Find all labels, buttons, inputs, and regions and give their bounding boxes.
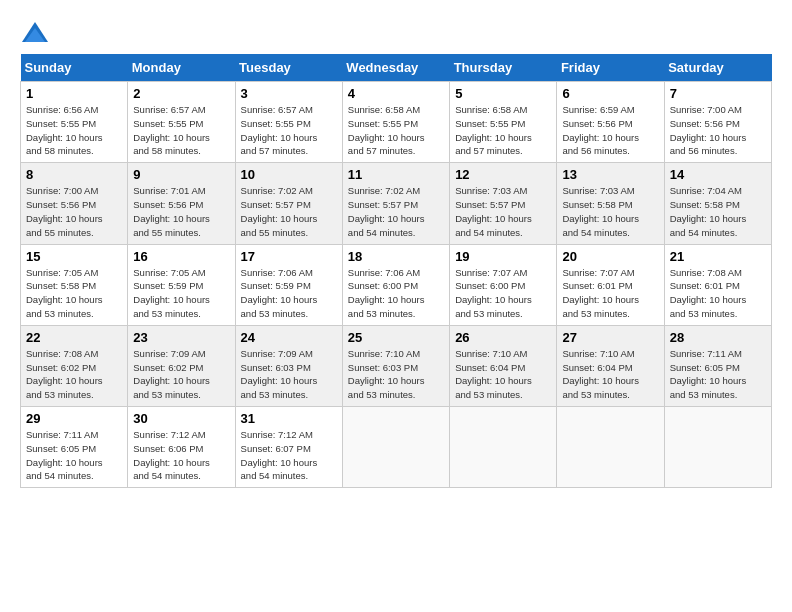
day-cell: 17Sunrise: 7:06 AM Sunset: 5:59 PM Dayli… xyxy=(235,244,342,325)
day-number: 10 xyxy=(241,167,337,182)
day-cell xyxy=(450,407,557,488)
weekday-header: SundayMondayTuesdayWednesdayThursdayFrid… xyxy=(21,54,772,82)
day-number: 12 xyxy=(455,167,551,182)
day-cell: 7Sunrise: 7:00 AM Sunset: 5:56 PM Daylig… xyxy=(664,82,771,163)
day-number: 4 xyxy=(348,86,444,101)
day-info: Sunrise: 7:09 AM Sunset: 6:03 PM Dayligh… xyxy=(241,348,318,400)
day-cell: 14Sunrise: 7:04 AM Sunset: 5:58 PM Dayli… xyxy=(664,163,771,244)
weekday-wednesday: Wednesday xyxy=(342,54,449,82)
day-info: Sunrise: 6:57 AM Sunset: 5:55 PM Dayligh… xyxy=(241,104,318,156)
day-number: 16 xyxy=(133,249,229,264)
day-info: Sunrise: 7:10 AM Sunset: 6:04 PM Dayligh… xyxy=(562,348,639,400)
day-cell xyxy=(342,407,449,488)
day-number: 2 xyxy=(133,86,229,101)
day-number: 14 xyxy=(670,167,766,182)
day-info: Sunrise: 7:02 AM Sunset: 5:57 PM Dayligh… xyxy=(348,185,425,237)
day-info: Sunrise: 7:05 AM Sunset: 5:58 PM Dayligh… xyxy=(26,267,103,319)
day-cell: 26Sunrise: 7:10 AM Sunset: 6:04 PM Dayli… xyxy=(450,325,557,406)
day-info: Sunrise: 7:08 AM Sunset: 6:01 PM Dayligh… xyxy=(670,267,747,319)
day-cell: 23Sunrise: 7:09 AM Sunset: 6:02 PM Dayli… xyxy=(128,325,235,406)
day-info: Sunrise: 7:07 AM Sunset: 6:01 PM Dayligh… xyxy=(562,267,639,319)
day-cell: 21Sunrise: 7:08 AM Sunset: 6:01 PM Dayli… xyxy=(664,244,771,325)
day-number: 15 xyxy=(26,249,122,264)
day-cell: 5Sunrise: 6:58 AM Sunset: 5:55 PM Daylig… xyxy=(450,82,557,163)
day-cell: 18Sunrise: 7:06 AM Sunset: 6:00 PM Dayli… xyxy=(342,244,449,325)
day-cell: 8Sunrise: 7:00 AM Sunset: 5:56 PM Daylig… xyxy=(21,163,128,244)
day-info: Sunrise: 7:00 AM Sunset: 5:56 PM Dayligh… xyxy=(670,104,747,156)
day-number: 25 xyxy=(348,330,444,345)
day-cell: 16Sunrise: 7:05 AM Sunset: 5:59 PM Dayli… xyxy=(128,244,235,325)
day-number: 28 xyxy=(670,330,766,345)
day-number: 6 xyxy=(562,86,658,101)
day-number: 5 xyxy=(455,86,551,101)
day-cell: 6Sunrise: 6:59 AM Sunset: 5:56 PM Daylig… xyxy=(557,82,664,163)
day-info: Sunrise: 7:07 AM Sunset: 6:00 PM Dayligh… xyxy=(455,267,532,319)
day-info: Sunrise: 6:58 AM Sunset: 5:55 PM Dayligh… xyxy=(348,104,425,156)
day-number: 21 xyxy=(670,249,766,264)
day-cell: 20Sunrise: 7:07 AM Sunset: 6:01 PM Dayli… xyxy=(557,244,664,325)
week-row-1: 1Sunrise: 6:56 AM Sunset: 5:55 PM Daylig… xyxy=(21,82,772,163)
day-cell: 9Sunrise: 7:01 AM Sunset: 5:56 PM Daylig… xyxy=(128,163,235,244)
day-cell: 1Sunrise: 6:56 AM Sunset: 5:55 PM Daylig… xyxy=(21,82,128,163)
logo xyxy=(20,20,54,44)
day-number: 30 xyxy=(133,411,229,426)
day-info: Sunrise: 7:00 AM Sunset: 5:56 PM Dayligh… xyxy=(26,185,103,237)
day-number: 22 xyxy=(26,330,122,345)
day-info: Sunrise: 6:58 AM Sunset: 5:55 PM Dayligh… xyxy=(455,104,532,156)
day-info: Sunrise: 7:06 AM Sunset: 5:59 PM Dayligh… xyxy=(241,267,318,319)
day-cell: 2Sunrise: 6:57 AM Sunset: 5:55 PM Daylig… xyxy=(128,82,235,163)
weekday-sunday: Sunday xyxy=(21,54,128,82)
day-info: Sunrise: 7:11 AM Sunset: 6:05 PM Dayligh… xyxy=(670,348,747,400)
day-info: Sunrise: 7:12 AM Sunset: 6:06 PM Dayligh… xyxy=(133,429,210,481)
day-info: Sunrise: 7:02 AM Sunset: 5:57 PM Dayligh… xyxy=(241,185,318,237)
day-cell: 19Sunrise: 7:07 AM Sunset: 6:00 PM Dayli… xyxy=(450,244,557,325)
day-number: 19 xyxy=(455,249,551,264)
calendar: SundayMondayTuesdayWednesdayThursdayFrid… xyxy=(20,54,772,488)
day-cell xyxy=(557,407,664,488)
weekday-friday: Friday xyxy=(557,54,664,82)
day-number: 23 xyxy=(133,330,229,345)
day-number: 18 xyxy=(348,249,444,264)
logo-icon xyxy=(20,20,50,44)
week-row-4: 22Sunrise: 7:08 AM Sunset: 6:02 PM Dayli… xyxy=(21,325,772,406)
day-cell: 27Sunrise: 7:10 AM Sunset: 6:04 PM Dayli… xyxy=(557,325,664,406)
day-info: Sunrise: 6:56 AM Sunset: 5:55 PM Dayligh… xyxy=(26,104,103,156)
day-info: Sunrise: 7:03 AM Sunset: 5:58 PM Dayligh… xyxy=(562,185,639,237)
day-cell: 25Sunrise: 7:10 AM Sunset: 6:03 PM Dayli… xyxy=(342,325,449,406)
day-number: 13 xyxy=(562,167,658,182)
day-info: Sunrise: 6:59 AM Sunset: 5:56 PM Dayligh… xyxy=(562,104,639,156)
header xyxy=(20,20,772,44)
day-cell: 15Sunrise: 7:05 AM Sunset: 5:58 PM Dayli… xyxy=(21,244,128,325)
week-row-3: 15Sunrise: 7:05 AM Sunset: 5:58 PM Dayli… xyxy=(21,244,772,325)
day-number: 3 xyxy=(241,86,337,101)
day-info: Sunrise: 6:57 AM Sunset: 5:55 PM Dayligh… xyxy=(133,104,210,156)
day-cell: 22Sunrise: 7:08 AM Sunset: 6:02 PM Dayli… xyxy=(21,325,128,406)
day-number: 11 xyxy=(348,167,444,182)
day-number: 9 xyxy=(133,167,229,182)
day-cell: 24Sunrise: 7:09 AM Sunset: 6:03 PM Dayli… xyxy=(235,325,342,406)
day-cell: 13Sunrise: 7:03 AM Sunset: 5:58 PM Dayli… xyxy=(557,163,664,244)
day-cell xyxy=(664,407,771,488)
day-cell: 10Sunrise: 7:02 AM Sunset: 5:57 PM Dayli… xyxy=(235,163,342,244)
day-number: 17 xyxy=(241,249,337,264)
weekday-thursday: Thursday xyxy=(450,54,557,82)
day-cell: 12Sunrise: 7:03 AM Sunset: 5:57 PM Dayli… xyxy=(450,163,557,244)
day-info: Sunrise: 7:10 AM Sunset: 6:04 PM Dayligh… xyxy=(455,348,532,400)
day-number: 7 xyxy=(670,86,766,101)
day-cell: 11Sunrise: 7:02 AM Sunset: 5:57 PM Dayli… xyxy=(342,163,449,244)
day-info: Sunrise: 7:10 AM Sunset: 6:03 PM Dayligh… xyxy=(348,348,425,400)
day-cell: 29Sunrise: 7:11 AM Sunset: 6:05 PM Dayli… xyxy=(21,407,128,488)
day-number: 29 xyxy=(26,411,122,426)
week-row-5: 29Sunrise: 7:11 AM Sunset: 6:05 PM Dayli… xyxy=(21,407,772,488)
day-number: 27 xyxy=(562,330,658,345)
day-number: 26 xyxy=(455,330,551,345)
weekday-saturday: Saturday xyxy=(664,54,771,82)
day-info: Sunrise: 7:05 AM Sunset: 5:59 PM Dayligh… xyxy=(133,267,210,319)
day-number: 8 xyxy=(26,167,122,182)
day-info: Sunrise: 7:12 AM Sunset: 6:07 PM Dayligh… xyxy=(241,429,318,481)
week-row-2: 8Sunrise: 7:00 AM Sunset: 5:56 PM Daylig… xyxy=(21,163,772,244)
day-cell: 31Sunrise: 7:12 AM Sunset: 6:07 PM Dayli… xyxy=(235,407,342,488)
day-info: Sunrise: 7:01 AM Sunset: 5:56 PM Dayligh… xyxy=(133,185,210,237)
day-info: Sunrise: 7:09 AM Sunset: 6:02 PM Dayligh… xyxy=(133,348,210,400)
day-cell: 4Sunrise: 6:58 AM Sunset: 5:55 PM Daylig… xyxy=(342,82,449,163)
